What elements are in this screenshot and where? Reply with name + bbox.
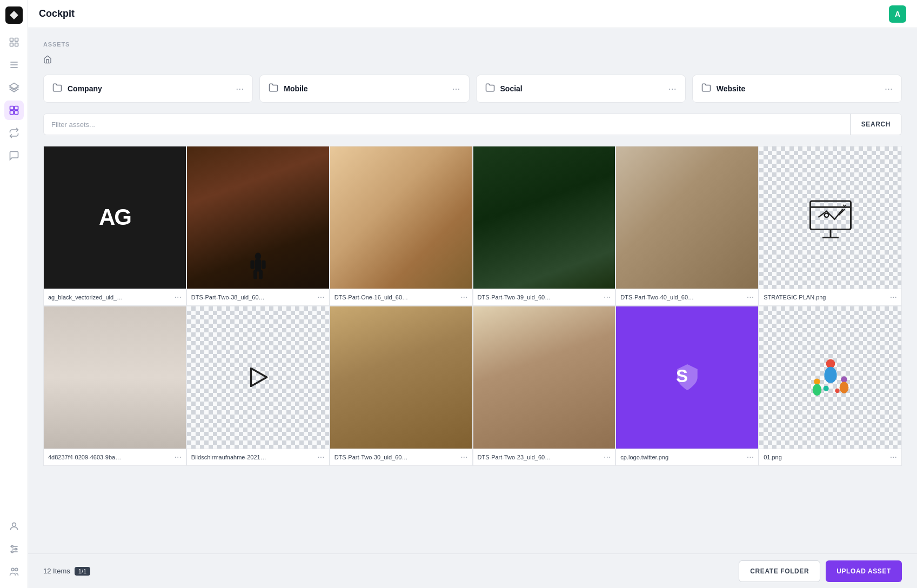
header: Cockpit A bbox=[28, 0, 917, 28]
asset-item-11[interactable]: 01.png ··· bbox=[759, 306, 902, 466]
svg-point-42 bbox=[823, 386, 828, 391]
items-count-label: 12 Items bbox=[43, 567, 70, 575]
svg-point-21 bbox=[15, 568, 17, 571]
asset-name: 01.png bbox=[764, 454, 782, 460]
folder-icon bbox=[269, 83, 278, 95]
asset-name: DTS-Part-Two-30_uid_60ae7... bbox=[334, 454, 410, 460]
asset-more-icon[interactable]: ··· bbox=[174, 452, 181, 462]
asset-more-icon[interactable]: ··· bbox=[890, 292, 897, 302]
asset-name: 4d8237f4-0209-4603-9ba5-3... bbox=[48, 454, 124, 460]
asset-item-8[interactable]: DTS-Part-Two-30_uid_60ae7... ··· bbox=[330, 306, 473, 466]
svg-point-18 bbox=[15, 548, 16, 550]
asset-name: cp.logo.twitter.png bbox=[620, 454, 668, 460]
asset-name: ag_black_vectorized_uid_6... bbox=[48, 294, 124, 300]
svg-rect-27 bbox=[259, 270, 263, 279]
svg-point-41 bbox=[839, 382, 848, 394]
asset-more-icon[interactable]: ··· bbox=[174, 292, 181, 302]
asset-more-icon[interactable]: ··· bbox=[747, 292, 754, 302]
asset-item-1[interactable]: DTS-Part-Two-38_uid_60ae7... ··· bbox=[186, 146, 330, 306]
sidebar-item-sync[interactable] bbox=[4, 123, 24, 143]
folder-mobile[interactable]: Mobile ··· bbox=[259, 75, 469, 103]
asset-name: DTS-Part-Two-23_uid_60ae7... bbox=[478, 454, 553, 460]
app-logo[interactable] bbox=[5, 6, 23, 24]
asset-item-6[interactable]: 4d8237f4-0209-4603-9ba5-3... ··· bbox=[43, 306, 186, 466]
svg-point-39 bbox=[812, 384, 821, 396]
sidebar-item-list[interactable] bbox=[4, 55, 24, 75]
section-label: ASSETS bbox=[43, 41, 902, 48]
page-title: Cockpit bbox=[39, 8, 75, 19]
avatar[interactable]: A bbox=[889, 5, 906, 23]
svg-rect-2 bbox=[15, 38, 18, 42]
search-button[interactable]: SEARCH bbox=[850, 113, 902, 135]
asset-more-icon[interactable]: ··· bbox=[747, 452, 754, 462]
svg-rect-10 bbox=[14, 106, 18, 110]
footer-actions: CREATE FOLDER UPLOAD ASSET bbox=[739, 560, 902, 582]
asset-item-4[interactable]: DTS-Part-Two-40_uid_60ae7... ··· bbox=[615, 146, 759, 306]
asset-name: DTS-Part-One-16_uid_60ae7... bbox=[334, 294, 410, 300]
svg-rect-23 bbox=[255, 259, 261, 272]
folder-more-icon[interactable]: ··· bbox=[452, 84, 460, 93]
asset-item-5[interactable]: ✕ STRATEGIC PLAN.png ··· bbox=[759, 146, 902, 306]
upload-asset-button[interactable]: UPLOAD ASSET bbox=[826, 560, 902, 582]
search-row: SEARCH bbox=[43, 113, 902, 135]
sidebar-item-user[interactable] bbox=[4, 517, 24, 536]
svg-rect-11 bbox=[10, 111, 14, 115]
sidebar-item-grid[interactable] bbox=[4, 32, 24, 52]
sidebar-item-team[interactable] bbox=[4, 562, 24, 582]
asset-name: DTS-Part-Two-39_uid_60ae7... bbox=[478, 294, 553, 300]
asset-more-icon[interactable]: ··· bbox=[460, 452, 467, 462]
folders-row: Company ··· Mobile ··· bbox=[43, 75, 902, 103]
folder-name: Social bbox=[500, 84, 523, 93]
svg-rect-26 bbox=[253, 270, 257, 279]
svg-rect-3 bbox=[10, 43, 13, 46]
svg-point-22 bbox=[255, 252, 261, 260]
asset-item-10[interactable]: S cp.logo.twitter.png ··· bbox=[615, 306, 759, 466]
svg-rect-4 bbox=[15, 43, 18, 46]
asset-grid: AG ag_black_vectorized_uid_6... ··· bbox=[43, 146, 902, 466]
svg-point-13 bbox=[12, 523, 16, 526]
folder-more-icon[interactable]: ··· bbox=[885, 84, 893, 93]
asset-more-icon[interactable]: ··· bbox=[890, 452, 897, 462]
asset-name: DTS-Part-Two-38_uid_60ae7... bbox=[191, 294, 267, 300]
svg-text:✕: ✕ bbox=[842, 203, 847, 210]
asset-item-2[interactable]: DTS-Part-One-16_uid_60ae7... ··· bbox=[330, 146, 473, 306]
sidebar-item-layers[interactable] bbox=[4, 78, 24, 97]
asset-item-7[interactable]: Bildschirmaufnahme-2021-1... ··· bbox=[186, 306, 330, 466]
sidebar-top bbox=[4, 6, 24, 165]
folder-more-icon[interactable]: ··· bbox=[668, 84, 677, 93]
asset-more-icon[interactable]: ··· bbox=[604, 452, 611, 462]
sidebar bbox=[0, 0, 28, 588]
svg-point-38 bbox=[814, 379, 820, 385]
folder-website[interactable]: Website ··· bbox=[692, 75, 902, 103]
page-badge: 1/1 bbox=[75, 567, 90, 576]
asset-more-icon[interactable]: ··· bbox=[317, 292, 324, 302]
asset-name: STRATEGIC PLAN.png bbox=[764, 294, 826, 300]
main-content: Cockpit A ASSETS bbox=[28, 0, 917, 588]
sidebar-item-settings[interactable] bbox=[4, 539, 24, 559]
folder-name: Company bbox=[68, 84, 102, 93]
asset-item-0[interactable]: AG ag_black_vectorized_uid_6... ··· bbox=[43, 146, 186, 306]
sidebar-item-chat[interactable] bbox=[4, 146, 24, 165]
sidebar-bottom bbox=[4, 517, 24, 582]
asset-name: Bildschirmaufnahme-2021-1... bbox=[191, 454, 267, 460]
svg-point-17 bbox=[11, 545, 13, 547]
svg-rect-25 bbox=[262, 260, 265, 269]
folder-name: Mobile bbox=[284, 84, 307, 93]
content-area: ASSETS Company bbox=[28, 28, 917, 553]
asset-more-icon[interactable]: ··· bbox=[460, 292, 467, 302]
folder-social[interactable]: Social ··· bbox=[476, 75, 686, 103]
asset-item-3[interactable]: DTS-Part-Two-39_uid_60ae7... ··· bbox=[473, 146, 616, 306]
folder-more-icon[interactable]: ··· bbox=[236, 84, 244, 93]
asset-item-9[interactable]: DTS-Part-Two-23_uid_60ae7... ··· bbox=[473, 306, 616, 466]
folder-company[interactable]: Company ··· bbox=[43, 75, 253, 103]
search-input[interactable] bbox=[43, 113, 850, 135]
svg-rect-1 bbox=[10, 38, 13, 42]
breadcrumb-home-icon[interactable] bbox=[43, 55, 52, 66]
svg-point-37 bbox=[824, 367, 836, 383]
asset-more-icon[interactable]: ··· bbox=[604, 292, 611, 302]
create-folder-button[interactable]: CREATE FOLDER bbox=[739, 560, 820, 582]
svg-point-32 bbox=[824, 213, 828, 218]
sidebar-item-assets[interactable] bbox=[4, 101, 24, 120]
asset-more-icon[interactable]: ··· bbox=[317, 452, 324, 462]
svg-text:S: S bbox=[676, 366, 688, 386]
